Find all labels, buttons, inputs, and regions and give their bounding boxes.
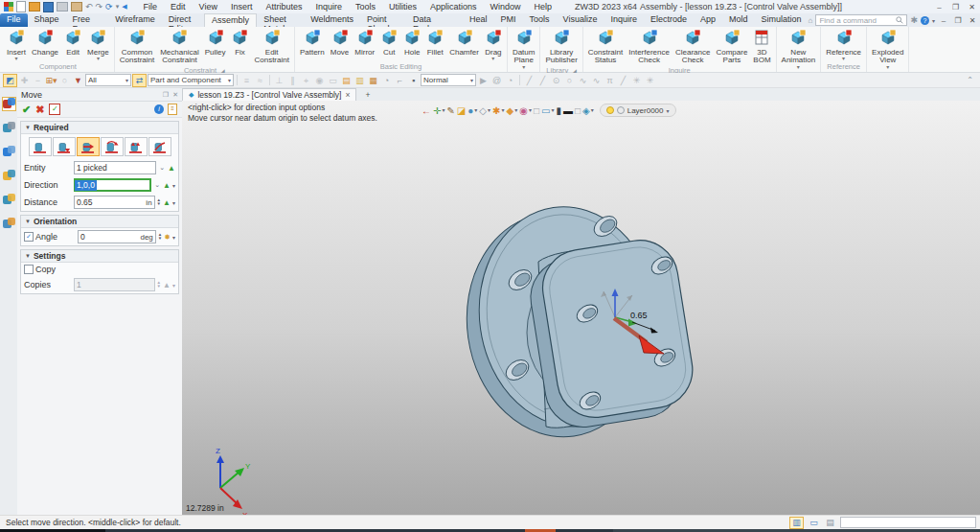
ribbon-restore-button[interactable]: ❐ (952, 16, 964, 25)
tab-data-exchange[interactable]: Data Exchange (406, 13, 463, 27)
entity-input[interactable]: 1 picked (74, 161, 156, 174)
filter-select[interactable]: All▾ (85, 74, 131, 86)
dock-role-icon[interactable] (3, 218, 15, 230)
dock-visual-manager-icon[interactable] (3, 194, 15, 206)
angle-spinner[interactable]: ▲▼ (158, 233, 162, 241)
ribbon-collapse-icon[interactable]: ⌃ (967, 76, 977, 84)
pick-angle-icon[interactable]: ✸ (164, 233, 171, 242)
viewport-3d[interactable]: <right-click> for direction input option… (182, 101, 980, 516)
folder-library-icon[interactable]: ▤ (340, 75, 353, 86)
ribbon-minimize-button[interactable]: – (938, 16, 949, 25)
help-icon[interactable]: ? (921, 16, 929, 25)
slash-icon[interactable]: ╱ (617, 75, 629, 86)
dock-assembly-tree-icon[interactable] (3, 122, 15, 134)
apply-button[interactable]: ✓ (49, 104, 60, 115)
tab-sheet-metal[interactable]: Sheet Metal (257, 13, 304, 27)
recent-files-icon[interactable] (71, 2, 82, 12)
tab-app[interactable]: App (694, 13, 722, 27)
cut-button[interactable]: Cut (377, 28, 400, 58)
save-icon[interactable] (43, 2, 54, 12)
monitor-icon[interactable]: ▪ (407, 75, 420, 86)
required-section-header[interactable]: ▼ Required (21, 122, 178, 134)
dock-view-manager-icon[interactable] (3, 170, 15, 182)
datum-plane-button[interactable]: DatumPlane▾ (510, 28, 538, 71)
redo-icon[interactable]: ↷ (96, 2, 103, 12)
insert-button[interactable]: Insert▾ (4, 28, 29, 62)
menu-view[interactable]: View (193, 2, 224, 12)
spline-icon[interactable]: ∿ (577, 75, 589, 86)
dock-hierarchy-icon[interactable] (3, 146, 15, 158)
direction-dropdown-icon[interactable]: ▾ (172, 182, 175, 189)
settings-gear-icon[interactable]: ✱ (910, 15, 918, 25)
angle-input[interactable]: 0 deg (78, 230, 156, 243)
change-button[interactable]: Change (29, 28, 61, 58)
expand-chevron-icon[interactable]: ⌄ (153, 181, 161, 189)
display-monitor-icon[interactable]: ▭ (808, 518, 820, 528)
angle-checkbox[interactable]: ✓ (24, 232, 34, 242)
move-dynamic-button[interactable] (77, 137, 100, 156)
line-icon[interactable]: ╱ (523, 75, 536, 86)
common-constraint-button[interactable]: CommonConstraint (117, 28, 157, 66)
compare-parts-button[interactable]: CompareParts (713, 28, 750, 66)
folder-add-icon[interactable]: ▥ (353, 75, 366, 86)
render-mode-select[interactable]: Normal▾ (421, 74, 476, 86)
panel-float-icon[interactable]: ❐ (163, 91, 169, 99)
tab-free-form[interactable]: Free Form (66, 13, 109, 27)
add-entity-icon[interactable]: ✚ (18, 75, 31, 86)
tab-mold[interactable]: Mold (722, 13, 755, 27)
line2-icon[interactable]: ╱ (536, 75, 549, 86)
menu-edit[interactable]: Edit (164, 2, 193, 12)
menu-applications[interactable]: Applications (423, 2, 484, 12)
close-button[interactable]: ✕ (964, 3, 980, 12)
mechanical-constraint-button[interactable]: MechanicalConstraint (157, 28, 201, 66)
menu-attributes[interactable]: Attributes (259, 2, 308, 12)
copies-input[interactable]: 1 (74, 278, 155, 291)
pick-distance-icon[interactable]: ▲ (163, 198, 171, 207)
menu-utilities[interactable]: Utilities (382, 2, 423, 12)
orientation-section-header[interactable]: ▼ Orientation (21, 216, 178, 228)
back-icon[interactable]: ◀ (122, 2, 126, 12)
layout-panels-icon[interactable]: ▥ (789, 517, 804, 529)
undo-icon[interactable]: ↶ (85, 2, 93, 12)
menu-inquire[interactable]: Inquire (308, 2, 349, 12)
tab-simulation[interactable]: Simulation (755, 13, 809, 27)
new-file-icon[interactable] (16, 1, 26, 12)
tab-shape[interactable]: Shape (28, 13, 66, 27)
pattern-button[interactable]: Pattern (297, 28, 328, 58)
cover-plate[interactable] (537, 235, 698, 423)
circle-icon[interactable]: ○ (563, 75, 576, 86)
constrain-tangent-icon[interactable]: ∥ (286, 75, 299, 86)
tab-wireframe[interactable]: Wireframe (108, 13, 162, 27)
ribbon-close-button[interactable]: ✕ (967, 16, 978, 25)
new-document-tab-button[interactable]: + (356, 88, 378, 101)
swap-icon[interactable]: ⇄ (132, 74, 147, 87)
document-tab-close-icon[interactable]: × (345, 90, 350, 100)
tab-inquire[interactable]: Inquire (604, 13, 644, 27)
fern2-icon[interactable]: ✳ (644, 75, 656, 86)
constrain-coincident-icon[interactable]: ⊥ (273, 75, 285, 86)
fern-icon[interactable]: ✳ (630, 75, 643, 86)
interference-check-button[interactable]: InterferenceCheck (626, 28, 672, 66)
frame-icon[interactable]: ⌐ (394, 75, 406, 86)
new-animation-button[interactable]: NewAnimation▾ (779, 28, 819, 71)
exploded-view-button[interactable]: ExplodedView▾ (869, 28, 906, 71)
cancel-button[interactable]: ✖ (35, 104, 44, 116)
tab-file[interactable]: File (0, 13, 28, 27)
pi-icon[interactable]: π (604, 75, 616, 86)
edit-constraint-button[interactable]: EditConstraint (251, 28, 291, 66)
tab-pmi[interactable]: PMI (494, 13, 523, 27)
print-icon[interactable] (57, 2, 68, 12)
hole-button[interactable]: Hole (400, 28, 423, 58)
reference-button[interactable]: Reference▾ (823, 28, 864, 62)
move-frame-button[interactable] (148, 137, 171, 156)
constrain-concentric-icon[interactable]: ⌖ (300, 75, 312, 86)
fillet-button[interactable]: Fillet (423, 28, 446, 58)
move-panel-titlebar[interactable]: Move ❐ ✕ (17, 88, 182, 102)
drag-button[interactable]: Drag▾ (482, 28, 505, 62)
pulley-button[interactable]: Pulley (202, 28, 229, 58)
help-dropdown-icon[interactable]: ▾ (932, 17, 935, 24)
remove-entity-icon[interactable]: − (32, 75, 44, 86)
find-command-input[interactable]: Find a command (815, 14, 907, 26)
menu-file[interactable]: File (137, 2, 165, 12)
filter-flag-icon[interactable]: ▼ (72, 75, 84, 86)
